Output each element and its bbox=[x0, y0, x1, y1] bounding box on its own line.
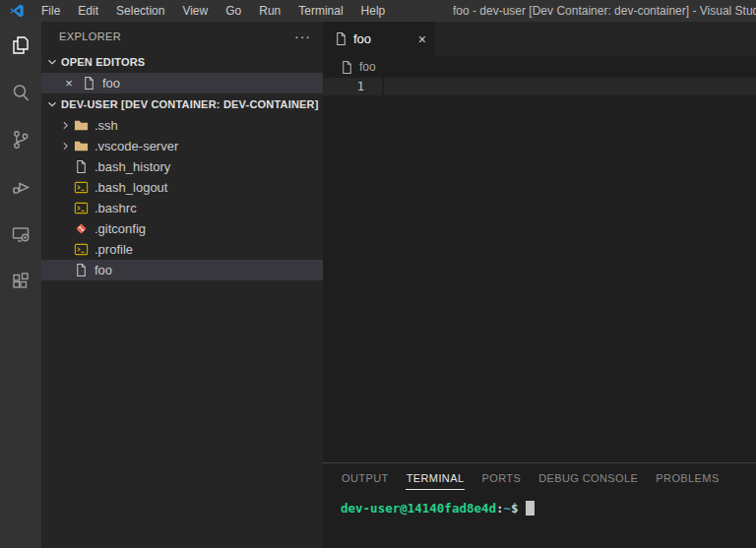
tree-item-label: .gitconfig bbox=[94, 221, 146, 236]
activity-search[interactable] bbox=[0, 69, 41, 116]
activity-explorer[interactable] bbox=[0, 22, 41, 69]
section-label: DEV-USER [DEV CONTAINER: DEV-CONTAINER] bbox=[61, 98, 319, 110]
tree-item-label: .bash_history bbox=[94, 159, 170, 174]
panel-tab-ports[interactable]: PORTS bbox=[480, 466, 522, 490]
indent-spacer bbox=[57, 159, 73, 175]
breadcrumb[interactable]: foo bbox=[323, 56, 756, 78]
open-editor-label: foo bbox=[102, 76, 120, 91]
menu-go[interactable]: Go bbox=[217, 0, 250, 22]
indent-spacer bbox=[57, 180, 73, 196]
terminal-prompt-char: $ bbox=[511, 501, 519, 516]
tree-item-label: .bash_logout bbox=[94, 180, 167, 195]
tab-close-icon[interactable]: × bbox=[418, 31, 426, 47]
tree-item-bashrc[interactable]: .bashrc bbox=[41, 198, 323, 218]
file-icon bbox=[333, 31, 348, 47]
activity-source-control[interactable] bbox=[0, 116, 41, 163]
tree-item-label: .ssh bbox=[94, 118, 118, 133]
files-icon bbox=[9, 33, 32, 57]
activity-run-debug[interactable] bbox=[0, 163, 41, 211]
vscode-logo-icon bbox=[9, 3, 25, 19]
line-number: 1 bbox=[323, 78, 384, 95]
close-editor-icon[interactable]: × bbox=[61, 76, 77, 91]
tree-item-label: .profile bbox=[94, 242, 133, 257]
explorer-sidebar: EXPLORER ··· OPEN EDITORS × foo DEV-USER… bbox=[41, 22, 323, 548]
tree-item-profile[interactable]: .profile bbox=[41, 239, 323, 260]
tree-item-ssh[interactable]: .ssh bbox=[41, 115, 323, 136]
activity-remote-explorer[interactable] bbox=[0, 211, 41, 258]
chevron-down-icon bbox=[45, 97, 59, 111]
file-icon bbox=[73, 159, 89, 175]
tab-label: foo bbox=[353, 31, 371, 46]
chevron-right-icon[interactable] bbox=[57, 118, 73, 134]
folder-icon bbox=[73, 139, 89, 154]
shell-icon bbox=[73, 180, 89, 196]
debug-icon bbox=[9, 175, 32, 199]
chevron-right-icon[interactable] bbox=[57, 139, 73, 154]
tab-foo[interactable]: foo × bbox=[323, 22, 434, 56]
activity-extensions[interactable] bbox=[0, 258, 41, 305]
panel-tab-problems[interactable]: PROBLEMS bbox=[655, 466, 720, 490]
file-icon bbox=[73, 263, 89, 278]
terminal-colon: : bbox=[496, 501, 504, 516]
indent-spacer bbox=[57, 201, 73, 216]
indent-spacer bbox=[57, 221, 73, 237]
tree-item-gitconfig[interactable]: .gitconfig bbox=[41, 218, 323, 239]
menu-run[interactable]: Run bbox=[250, 0, 289, 22]
menu-help[interactable]: Help bbox=[352, 0, 395, 22]
menu-view[interactable]: View bbox=[173, 0, 217, 22]
window-title: foo - dev-user [Dev Container: dev-conta… bbox=[453, 0, 756, 22]
menu-terminal[interactable]: Terminal bbox=[289, 0, 351, 22]
search-icon bbox=[9, 81, 32, 104]
breadcrumb-item[interactable]: foo bbox=[359, 60, 376, 74]
editor-content[interactable]: 1 bbox=[323, 78, 756, 462]
shell-icon bbox=[73, 201, 89, 216]
menu-edit[interactable]: Edit bbox=[69, 0, 107, 22]
tree-item-label: foo bbox=[94, 263, 112, 277]
indent-spacer bbox=[57, 242, 73, 258]
terminal[interactable]: dev-user@14140fad8e4d:~$ bbox=[323, 493, 756, 516]
tree-item-foo[interactable]: foo bbox=[41, 260, 323, 280]
file-icon bbox=[339, 59, 354, 75]
remote-explorer-icon bbox=[9, 222, 32, 246]
menu-selection[interactable]: Selection bbox=[107, 0, 173, 22]
section-label: OPEN EDITORS bbox=[61, 56, 145, 68]
indent-spacer bbox=[57, 263, 73, 278]
file-icon bbox=[81, 76, 96, 91]
tree-item-bash-history[interactable]: .bash_history bbox=[41, 156, 323, 177]
panel-tab-debug-console[interactable]: DEBUG CONSOLE bbox=[537, 466, 639, 490]
open-editor-foo[interactable]: × foo bbox=[41, 73, 323, 93]
activity-bar bbox=[0, 22, 41, 548]
shell-icon bbox=[73, 242, 89, 258]
extensions-icon bbox=[9, 270, 32, 293]
terminal-user-host: dev-user@14140fad8e4d bbox=[341, 501, 496, 516]
terminal-path: ~ bbox=[504, 501, 512, 516]
panel-tab-output[interactable]: OUTPUT bbox=[341, 466, 390, 490]
panel-tab-bar: OUTPUT TERMINAL PORTS DEBUG CONSOLE PROB… bbox=[323, 463, 756, 493]
title-bar: File Edit Selection View Go Run Terminal… bbox=[0, 0, 756, 22]
tree-item-label: .bashrc bbox=[94, 201, 137, 215]
panel-tab-terminal[interactable]: TERMINAL bbox=[406, 466, 466, 490]
tree-item-vscode-server[interactable]: .vscode-server bbox=[41, 136, 323, 156]
editor-tab-bar: foo × bbox=[323, 22, 756, 56]
git-icon bbox=[73, 221, 89, 237]
sidebar-header: EXPLORER ··· bbox=[41, 22, 323, 51]
bottom-panel: OUTPUT TERMINAL PORTS DEBUG CONSOLE PROB… bbox=[323, 462, 756, 548]
section-open-editors[interactable]: OPEN EDITORS bbox=[41, 51, 323, 73]
tree-item-bash-logout[interactable]: .bash_logout bbox=[41, 177, 323, 198]
code-line-1[interactable]: 1 bbox=[323, 78, 756, 95]
editor-group: foo × foo 1 OUTPUT TERMINAL PORTS DEBUG … bbox=[323, 22, 756, 548]
section-workspace[interactable]: DEV-USER [DEV CONTAINER: DEV-CONTAINER] bbox=[41, 93, 323, 115]
menu-file[interactable]: File bbox=[32, 0, 69, 22]
source-control-icon bbox=[9, 128, 32, 152]
line-content[interactable] bbox=[384, 78, 756, 95]
folder-icon bbox=[73, 118, 89, 134]
terminal-cursor bbox=[526, 501, 535, 516]
sidebar-title: EXPLORER bbox=[59, 30, 294, 42]
tree-item-label: .vscode-server bbox=[94, 139, 178, 153]
chevron-down-icon bbox=[45, 55, 59, 69]
more-actions-icon[interactable]: ··· bbox=[294, 29, 311, 44]
